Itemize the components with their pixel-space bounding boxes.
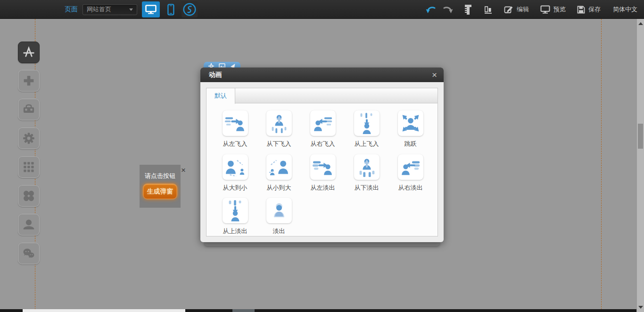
scroll-up-arrow-icon[interactable] (638, 22, 643, 25)
sidebar-item-clover[interactable] (18, 185, 40, 207)
link-icon (182, 2, 197, 17)
animation-item-11[interactable]: 淡出 (257, 198, 301, 236)
fade-left-icon (310, 154, 336, 180)
animation-label: 从下淡出 (345, 184, 388, 192)
fly-in-bottom-icon (266, 110, 292, 136)
animation-grid: 从左飞入从下飞入从右飞入从上飞入跳跃从大到小从小到大从左淡出从下淡出从右淡出从上… (206, 103, 438, 236)
fade-top-icon (223, 198, 248, 223)
animation-label: 从右飞入 (301, 140, 345, 148)
animation-label: 从上飞入 (345, 140, 388, 148)
user-icon (21, 217, 37, 233)
popup-trigger-widget[interactable]: 请点击按钮 生成弹窗 (140, 165, 181, 208)
page-dropdown[interactable]: 网站首页 (83, 4, 137, 15)
animation-label: 淡出 (257, 227, 301, 236)
jump-icon (398, 110, 423, 136)
vertical-scrollbar-thumb[interactable] (638, 124, 643, 149)
fade-bottom-icon (354, 154, 380, 180)
desktop-icon (145, 5, 157, 14)
animation-item-6[interactable]: 从小到大 (257, 154, 301, 193)
wechat-icon (21, 245, 37, 261)
redo-button[interactable] (443, 6, 453, 14)
animation-item-1[interactable]: 从下飞入 (257, 110, 301, 149)
page-label: 页面 (65, 5, 78, 14)
sidebar-item-grid[interactable] (18, 156, 40, 178)
stats-icon (484, 5, 493, 14)
toolbox-icon (21, 101, 37, 118)
modal-body: 默认 从左飞入从下飞入从右飞入从上飞入跳跃从大到小从小到大从左淡出从下淡出从右淡… (200, 82, 444, 242)
top-toolbar: 页面 网站首页 (0, 0, 644, 19)
bottom-bar (0, 309, 636, 312)
modal-header[interactable]: 动画 × (200, 67, 444, 82)
device-mobile-button[interactable] (163, 1, 179, 17)
modal-title: 动画 (209, 71, 432, 79)
bottom-slider-thumb[interactable] (232, 309, 255, 312)
animation-item-7[interactable]: 从左淡出 (301, 154, 345, 193)
builder-app: 页面 网站首页 (0, 0, 644, 312)
animation-label: 从右淡出 (388, 184, 432, 192)
animation-label: 跳跃 (388, 140, 432, 148)
save-icon (577, 6, 585, 14)
animation-label: 从左飞入 (213, 140, 257, 148)
guide-line-right (601, 19, 602, 312)
toolbar-right-group: 编辑 预览 保存 简体中文 (414, 0, 637, 19)
vertical-scrollbar[interactable] (636, 19, 644, 312)
fade-icon (266, 198, 292, 223)
fly-in-top-icon (354, 110, 380, 136)
mobile-icon (167, 4, 174, 16)
animation-item-10[interactable]: 从上淡出 (213, 198, 257, 236)
preview-icon (540, 5, 550, 14)
fade-right-icon (398, 154, 423, 180)
edit-button[interactable]: 编辑 (504, 5, 529, 14)
horizontal-scrollbar-thumb[interactable] (23, 309, 185, 312)
animation-item-9[interactable]: 从右淡出 (388, 154, 432, 193)
link-button[interactable] (182, 1, 198, 17)
animation-item-4[interactable]: 跳跃 (388, 110, 432, 149)
fly-in-right-icon (310, 110, 336, 136)
preview-label: 预览 (553, 5, 566, 14)
clover-icon (21, 188, 37, 204)
sidebar-item-plus[interactable] (18, 70, 40, 92)
redo-icon (443, 6, 453, 14)
sidebar-item-gear[interactable] (18, 127, 40, 149)
stats-button[interactable] (484, 5, 493, 14)
save-button[interactable]: 保存 (577, 5, 601, 14)
toolbar-left-group: 页面 网站首页 (65, 0, 198, 19)
design-tools-icon (21, 44, 37, 60)
animation-label: 从下飞入 (257, 140, 301, 148)
language-switcher[interactable]: 简体中文 (613, 5, 637, 14)
preview-button[interactable]: 预览 (540, 5, 566, 14)
widget-close-icon[interactable]: × (181, 166, 186, 174)
tab-default[interactable]: 默认 (206, 88, 235, 104)
sidebar-item-user[interactable] (18, 214, 40, 236)
animation-label: 从左淡出 (301, 184, 345, 192)
animation-item-0[interactable]: 从左飞入 (213, 110, 257, 149)
sidebar-item-wechat[interactable] (18, 243, 40, 264)
plus-icon (21, 73, 37, 89)
animation-item-5[interactable]: 从大到小 (213, 154, 257, 193)
ruler-icon (464, 4, 472, 15)
animation-item-3[interactable]: 从上飞入 (345, 110, 388, 149)
save-label: 保存 (588, 5, 601, 14)
animation-label: 从上淡出 (213, 227, 257, 236)
animation-item-2[interactable]: 从右飞入 (301, 110, 345, 149)
undo-icon (426, 6, 436, 14)
device-desktop-button[interactable] (142, 1, 160, 17)
animation-label: 从小到大 (257, 184, 301, 192)
generate-popup-button[interactable]: 生成弹窗 (143, 184, 177, 199)
animation-label: 从大到小 (213, 184, 257, 192)
edit-label: 编辑 (517, 5, 529, 14)
undo-button[interactable] (426, 6, 436, 14)
ruler-button[interactable] (464, 4, 472, 15)
animation-modal: 动画 × 默认 从左飞入从下飞入从右飞入从上飞入跳跃从大到小从小到大从左淡出从下… (200, 67, 444, 242)
sidebar-item-toolbox[interactable] (18, 99, 40, 120)
big-to-small-icon (223, 154, 248, 180)
modal-close-button[interactable]: × (432, 70, 437, 79)
small-to-big-icon (266, 154, 292, 180)
gear-icon (21, 130, 37, 146)
widget-text: 请点击按钮 (140, 172, 181, 180)
canvas: 请点击按钮 生成弹窗 × 动画 × 默认 从左飞入从下飞入从右飞入从上飞入跳跃从… (0, 19, 644, 312)
animation-item-8[interactable]: 从下淡出 (345, 154, 388, 193)
page-dropdown-value: 网站首页 (87, 5, 129, 14)
sidebar-item-design-tools[interactable] (18, 42, 40, 63)
scroll-down-arrow-icon[interactable] (638, 306, 643, 309)
